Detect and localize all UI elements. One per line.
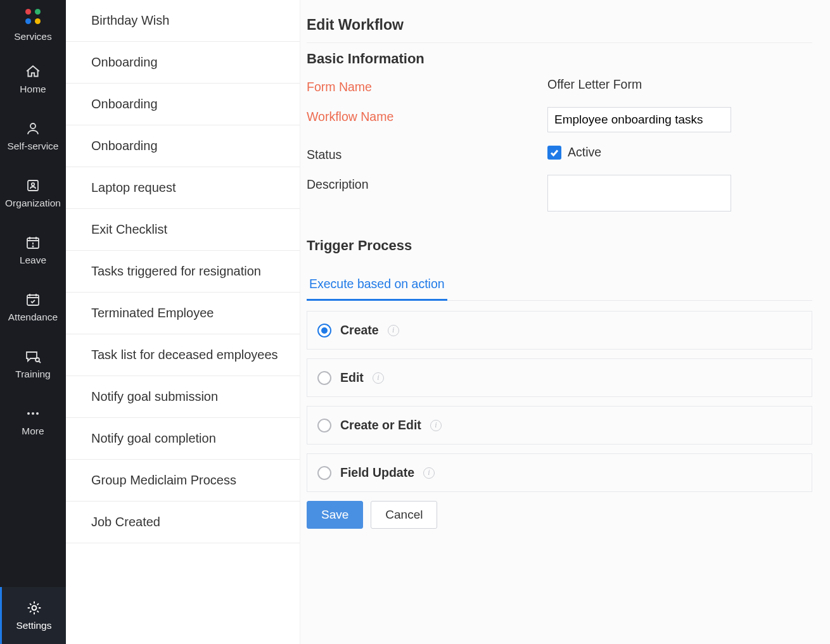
workflow-list-item[interactable]: Exit Checklist (66, 209, 300, 251)
workflow-list-item[interactable]: Group Mediclaim Process (66, 460, 300, 502)
row-workflow-name: Workflow Name (307, 107, 812, 132)
svg-point-9 (36, 412, 39, 415)
nav-label: Organization (5, 198, 61, 209)
trigger-option-radio[interactable] (317, 371, 331, 385)
trigger-option-label: Create (340, 323, 379, 338)
save-button[interactable]: Save (307, 501, 363, 529)
gear-icon (26, 600, 42, 616)
workflow-name-input[interactable] (547, 107, 731, 132)
workflow-list-item[interactable]: Job Created (66, 502, 300, 543)
workflow-list-item[interactable]: Tasks triggered for resignation (66, 251, 300, 293)
svg-point-2 (32, 183, 34, 186)
workflow-list-item[interactable]: Onboarding (66, 84, 300, 125)
svg-point-6 (35, 358, 39, 362)
action-buttons: Save Cancel (307, 501, 812, 529)
trigger-option[interactable]: Field Updatei (307, 453, 812, 492)
trigger-options: CreateiEditiCreate or EditiField Updatei (307, 311, 812, 492)
description-input[interactable] (547, 175, 731, 212)
nav-label: More (22, 426, 44, 437)
svg-point-10 (32, 606, 36, 610)
trigger-option-radio[interactable] (317, 324, 331, 338)
nav-item-organization[interactable]: Organization (0, 165, 66, 222)
nav-label: Leave (20, 255, 46, 266)
nav-item-self-service[interactable]: Self-service (0, 108, 66, 165)
trigger-option-radio[interactable] (317, 466, 331, 480)
workflow-list-item[interactable]: Terminated Employee (66, 293, 300, 334)
workflow-list-item[interactable]: Notify goal completion (66, 418, 300, 460)
trigger-option[interactable]: Createi (307, 311, 812, 350)
status-active-label: Active (568, 145, 601, 160)
info-icon[interactable]: i (423, 467, 435, 479)
chat-search-icon (25, 348, 41, 365)
org-icon (25, 177, 41, 194)
page-title: Edit Workflow (307, 13, 812, 42)
svg-point-7 (27, 412, 30, 415)
svg-point-8 (32, 412, 34, 415)
nav-item-services[interactable]: Services (0, 0, 66, 51)
trigger-option-label: Field Update (340, 465, 414, 480)
trigger-option-label: Create or Edit (340, 418, 421, 432)
tab-execute-on-action[interactable]: Execute based on action (307, 270, 447, 301)
nav-item-training[interactable]: Training (0, 336, 66, 393)
nav-label: Training (15, 369, 50, 380)
nav-item-more[interactable]: More (0, 393, 66, 450)
status-active-checkbox[interactable] (547, 146, 561, 160)
row-form-name: Form Name Offer Letter Form (307, 77, 812, 94)
nav-item-leave[interactable]: Leave (0, 222, 66, 279)
workflow-list-item[interactable]: Notify goal submission (66, 376, 300, 418)
section-trigger-title: Trigger Process (307, 230, 812, 264)
row-description: Description (307, 175, 812, 215)
info-icon[interactable]: i (373, 372, 384, 384)
primary-nav: Services Home Self-service Organization … (0, 0, 66, 644)
workflow-list-item[interactable]: Onboarding (66, 42, 300, 84)
info-icon[interactable]: i (430, 420, 442, 431)
nav-label: Services (14, 31, 51, 42)
description-label: Description (307, 175, 547, 192)
form-name-label: Form Name (307, 77, 547, 94)
apps-icon (24, 8, 42, 25)
svg-point-0 (30, 123, 35, 129)
more-icon (25, 405, 41, 422)
calendar-alert-icon (25, 234, 41, 251)
workflow-list-item[interactable]: Onboarding (66, 125, 300, 167)
trigger-option[interactable]: Create or Editi (307, 406, 812, 445)
nav-item-settings[interactable]: Settings (0, 587, 66, 644)
nav-label: Settings (16, 620, 51, 631)
trigger-option[interactable]: Editi (307, 358, 812, 397)
workflow-list[interactable]: Birthday WishOnboardingOnboardingOnboard… (66, 0, 300, 644)
workflow-list-item[interactable]: Laptop request (66, 167, 300, 209)
nav-label: Attendance (8, 312, 58, 323)
trigger-option-radio[interactable] (317, 419, 331, 432)
nav-label: Home (20, 84, 46, 95)
trigger-tabs: Execute based on action (307, 270, 812, 301)
row-status: Status Active (307, 145, 812, 162)
nav-item-attendance[interactable]: Attendance (0, 279, 66, 336)
section-basic-info-title: Basic Information (307, 43, 812, 77)
workflow-editor: Edit Workflow Basic Information Form Nam… (300, 0, 830, 644)
nav-label: Self-service (8, 141, 59, 152)
person-icon (25, 120, 41, 137)
cancel-button[interactable]: Cancel (371, 501, 437, 529)
status-label: Status (307, 145, 547, 162)
home-icon (25, 63, 41, 80)
svg-point-4 (32, 246, 33, 246)
form-name-value: Offer Letter Form (547, 77, 812, 92)
trigger-option-label: Edit (340, 370, 364, 385)
nav-item-home[interactable]: Home (0, 51, 66, 108)
workflow-list-item[interactable]: Task list for deceased employees (66, 334, 300, 376)
info-icon[interactable]: i (388, 325, 399, 336)
calendar-check-icon (25, 291, 41, 308)
svg-rect-5 (27, 295, 39, 305)
workflow-name-label: Workflow Name (307, 107, 547, 124)
workflow-list-item[interactable]: Birthday Wish (66, 0, 300, 42)
